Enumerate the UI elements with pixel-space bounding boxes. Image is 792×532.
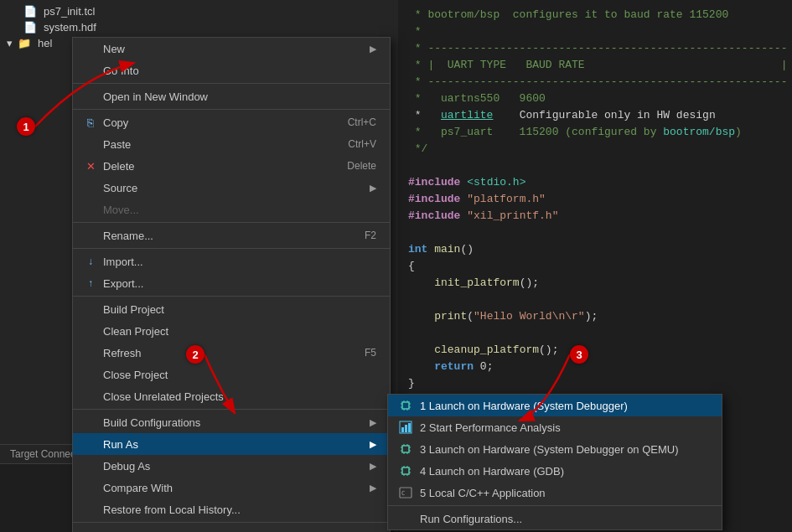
- code-line: #include <stdio.h>: [408, 174, 782, 191]
- annotation-2: 2: [186, 345, 204, 364]
- refresh-icon: [83, 345, 98, 360]
- menu-item-refresh[interactable]: Refresh F5: [73, 342, 390, 364]
- submenu-item-run-configurations[interactable]: Run Configurations...: [388, 508, 722, 529]
- menu-item-move[interactable]: Move...: [73, 199, 390, 220]
- arrow-icon: ▶: [370, 183, 376, 194]
- menu-item-export[interactable]: ↑ Export...: [73, 272, 390, 294]
- menu-item-label: Compare With: [103, 482, 363, 494]
- code-line: [408, 158, 782, 174]
- annotation-1: 1: [17, 117, 35, 136]
- tree-item-systemhdf[interactable]: 📄 system.hdf: [0, 19, 398, 35]
- menu-item-label: Copy: [103, 116, 331, 129]
- code-line: * uartns550 9600: [408, 90, 782, 107]
- cpp-settings-icon: [83, 528, 98, 532]
- menu-item-cpp-build-settings[interactable]: C/C++ Build Settings: [73, 524, 390, 532]
- arrow-icon: ▶: [370, 439, 376, 450]
- menu-separator: [73, 109, 390, 110]
- perf-icon: [398, 420, 413, 435]
- menu-item-build-configurations[interactable]: Build Configurations ▶: [73, 411, 390, 433]
- menu-item-restore-local[interactable]: Restore from Local History...: [73, 498, 390, 520]
- code-line: * bootrom/bsp configures it to baud rate…: [408, 7, 782, 23]
- open-window-icon: [83, 89, 98, 104]
- menu-item-clean-project[interactable]: Clean Project: [73, 320, 390, 342]
- tree-item-ps7init[interactable]: 📄 ps7_init.tcl: [0, 3, 398, 19]
- context-menu: New ▶ Go Into Open in New Window ⎘ Copy …: [72, 37, 391, 532]
- code-line: int main(): [408, 241, 782, 258]
- code-line: print("Hello World\n\r");: [408, 308, 782, 325]
- new-icon: [83, 41, 98, 56]
- submenu-item-qemu[interactable]: 3 Launch on Hardware (System Debugger on…: [388, 438, 722, 460]
- code-line: * | UART TYPE BAUD RATE |: [408, 57, 782, 74]
- file-icon: 📄: [23, 5, 37, 18]
- menu-item-debug-as[interactable]: Debug As ▶: [73, 455, 390, 477]
- svg-rect-15: [408, 423, 411, 432]
- svg-rect-14: [405, 425, 407, 432]
- move-icon: [83, 202, 98, 217]
- menu-item-build-project[interactable]: Build Project: [73, 298, 390, 320]
- menu-item-label: Source: [103, 182, 363, 194]
- tree-label: hel: [38, 37, 52, 49]
- svg-rect-13: [401, 427, 404, 432]
- submenu-item-label: 1 Launch on Hardware (System Debugger): [420, 400, 628, 412]
- shortcut-label: Delete: [347, 160, 376, 172]
- menu-separator: [73, 409, 390, 410]
- menu-item-compare-with[interactable]: Compare With ▶: [73, 477, 390, 498]
- code-line: *: [408, 23, 782, 40]
- import-icon: ↓: [83, 254, 98, 269]
- code-line: [408, 292, 782, 308]
- submenu-item-launch-hw[interactable]: 1 Launch on Hardware (System Debugger): [388, 395, 722, 416]
- menu-item-close-project[interactable]: Close Project: [73, 364, 390, 385]
- svg-rect-3: [402, 402, 409, 409]
- arrow-icon: ▶: [370, 44, 376, 54]
- code-line: * --------------------------------------…: [408, 40, 782, 57]
- rename-icon: [83, 228, 98, 243]
- close-unrelated-icon: [83, 389, 98, 404]
- menu-item-label: Restore from Local History...: [103, 504, 376, 516]
- chip-qemu-icon: [398, 442, 413, 457]
- menu-item-run-as[interactable]: Run As ▶: [73, 433, 390, 455]
- menu-separator: [73, 296, 390, 297]
- menu-item-close-unrelated[interactable]: Close Unrelated Projects: [73, 385, 390, 407]
- copy-icon: ⎘: [83, 115, 98, 130]
- menu-item-new[interactable]: New ▶: [73, 38, 390, 59]
- menu-item-import[interactable]: ↓ Import...: [73, 251, 390, 272]
- build-icon: [83, 302, 98, 317]
- menu-item-label: Close Project: [103, 369, 376, 381]
- menu-item-paste[interactable]: Paste Ctrl+V: [73, 133, 390, 155]
- menu-item-label: New: [103, 43, 363, 55]
- menu-item-delete[interactable]: ✕ Delete Delete: [73, 155, 390, 177]
- arrow-icon: ▶: [370, 461, 376, 472]
- menu-item-label: Open in New Window: [103, 90, 376, 103]
- submenu-item-gdb[interactable]: 4 Launch on Hardware (GDB): [388, 460, 722, 482]
- file-icon: 📄: [23, 21, 37, 34]
- code-line: cleanup_platform();: [408, 342, 782, 359]
- code-line: * uartlite Configurable only in HW desig…: [408, 107, 782, 124]
- tree-label: system.hdf: [44, 21, 96, 34]
- code-line: * ps7_uart 115200 (configured by bootrom…: [408, 124, 782, 141]
- export-icon: ↑: [83, 276, 98, 291]
- restore-icon: [83, 502, 98, 517]
- menu-item-label: Refresh: [103, 347, 348, 359]
- code-line: return 0;: [408, 359, 782, 375]
- submenu-item-perf[interactable]: 2 Start Performance Analysis: [388, 416, 722, 438]
- menu-item-copy[interactable]: ⎘ Copy Ctrl+C: [73, 111, 390, 133]
- menu-item-label: Build Configurations: [103, 416, 363, 429]
- submenu-item-local-cpp[interactable]: C 5 Local C/C++ Application: [388, 482, 722, 504]
- gdb-icon: [398, 463, 413, 478]
- code-line: #include "platform.h": [408, 191, 782, 208]
- menu-item-label: Move...: [103, 204, 376, 216]
- arrow-icon: ▶: [370, 417, 376, 428]
- menu-item-go-into[interactable]: Go Into: [73, 59, 390, 81]
- menu-item-label: Build Project: [103, 303, 376, 316]
- menu-item-source[interactable]: Source ▶: [73, 177, 390, 199]
- menu-item-rename[interactable]: Rename... F2: [73, 225, 390, 246]
- menu-item-open-new-window[interactable]: Open in New Window: [73, 85, 390, 107]
- menu-item-label: C/C++ Build Settings: [103, 529, 376, 533]
- menu-item-label: Debug As: [103, 460, 363, 473]
- delete-icon: ✕: [83, 158, 98, 173]
- code-line: init_platform();: [408, 275, 782, 292]
- menu-separator: [73, 522, 390, 523]
- arrow-icon: ▶: [370, 483, 376, 493]
- menu-item-label: Paste: [103, 138, 331, 151]
- expand-icon: ▾: [7, 37, 13, 49]
